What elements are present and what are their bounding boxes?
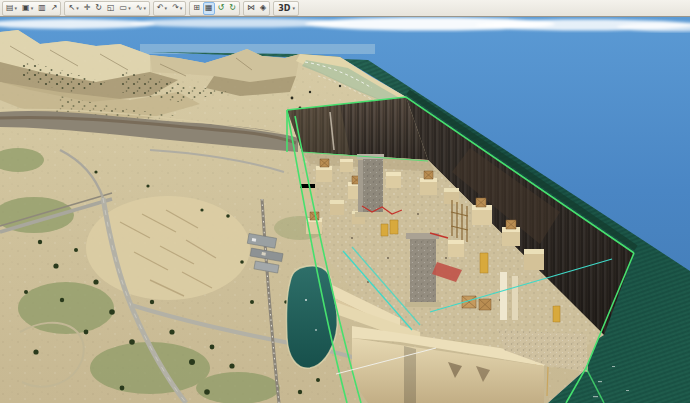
dropdown-arrow-icon: ▾ bbox=[15, 6, 18, 11]
terrain-paint-icon: ▦ bbox=[205, 4, 213, 12]
toolbar-group-4: ⊞▦↺↻ bbox=[189, 1, 240, 16]
viewport-3d[interactable] bbox=[0, 17, 690, 403]
scene-export-icon: ↗ bbox=[51, 4, 58, 12]
dropdown-arrow-icon: ▾ bbox=[180, 6, 183, 11]
grid-view-button[interactable]: ⊞ bbox=[191, 2, 202, 15]
sync-all-icon: ↻ bbox=[229, 4, 236, 12]
undo-icon: ↶ bbox=[157, 4, 164, 12]
sync-icon: ↺ bbox=[218, 4, 225, 12]
scene-save-icon: ▥ bbox=[38, 4, 46, 12]
undo-button[interactable]: ↶▾ bbox=[155, 2, 169, 15]
move-tool-button[interactable]: ✛ bbox=[82, 2, 93, 15]
view-mode-label: 3D bbox=[277, 4, 291, 13]
terrain-paint-button[interactable]: ▦ bbox=[203, 2, 215, 15]
toolbar-group-2: ↖▾✛↻◱▭▾∿▾ bbox=[64, 1, 149, 16]
redo-button[interactable]: ↷▾ bbox=[170, 2, 184, 15]
scale-tool-button[interactable]: ◱ bbox=[105, 2, 117, 15]
sync-button[interactable]: ↺ bbox=[216, 2, 227, 15]
spline-tool-button[interactable]: ∿▾ bbox=[134, 2, 148, 15]
rotate-tool-button[interactable]: ↻ bbox=[93, 2, 104, 15]
lock-button[interactable]: ◈ bbox=[258, 2, 268, 15]
scene-open-icon: ▣ bbox=[22, 4, 30, 12]
toolbar-group-3: ↶▾↷▾ bbox=[153, 1, 186, 16]
scene-new-icon: ▤ bbox=[6, 4, 14, 12]
select-tool-icon: ↖ bbox=[68, 4, 75, 12]
attach-icon: ⋈ bbox=[247, 4, 255, 12]
spline-tool-icon: ∿ bbox=[136, 4, 143, 12]
dropdown-arrow-icon: ▾ bbox=[292, 6, 295, 11]
redo-icon: ↷ bbox=[172, 4, 179, 12]
toolbar-group-6: 3D▾ bbox=[273, 1, 299, 16]
scene-save-button[interactable]: ▥ bbox=[36, 2, 48, 15]
dropdown-arrow-icon: ▾ bbox=[76, 6, 79, 11]
view-mode-button[interactable]: 3D▾ bbox=[275, 2, 297, 15]
scale-tool-icon: ◱ bbox=[107, 4, 115, 12]
map-editor-window: ▤▾▣▾▥↗↖▾✛↻◱▭▾∿▾↶▾↷▾⊞▦↺↻⋈◈3D▾ bbox=[0, 0, 690, 403]
sync-all-button[interactable]: ↻ bbox=[227, 2, 238, 15]
select-tool-button[interactable]: ↖▾ bbox=[66, 2, 80, 15]
toolbar-group-1: ▤▾▣▾▥↗ bbox=[2, 1, 61, 16]
dropdown-arrow-icon: ▾ bbox=[31, 6, 34, 11]
move-tool-icon: ✛ bbox=[84, 4, 91, 12]
scene-new-button[interactable]: ▤▾ bbox=[4, 2, 19, 15]
scene-canvas[interactable] bbox=[0, 17, 690, 403]
rectangle-tool-button[interactable]: ▭▾ bbox=[118, 2, 133, 15]
rotate-tool-icon: ↻ bbox=[95, 4, 102, 12]
attach-button[interactable]: ⋈ bbox=[245, 2, 257, 15]
lock-icon: ◈ bbox=[260, 4, 266, 12]
scene-open-button[interactable]: ▣▾ bbox=[20, 2, 35, 15]
dropdown-arrow-icon: ▾ bbox=[143, 6, 146, 11]
rectangle-tool-icon: ▭ bbox=[120, 4, 128, 12]
dropdown-arrow-icon: ▾ bbox=[128, 6, 131, 11]
grid-view-icon: ⊞ bbox=[193, 4, 200, 12]
toolbar: ▤▾▣▾▥↗↖▾✛↻◱▭▾∿▾↶▾↷▾⊞▦↺↻⋈◈3D▾ bbox=[0, 0, 690, 17]
scene-export-button[interactable]: ↗ bbox=[49, 2, 60, 15]
dropdown-arrow-icon: ▾ bbox=[165, 6, 168, 11]
toolbar-group-5: ⋈◈ bbox=[243, 1, 270, 16]
